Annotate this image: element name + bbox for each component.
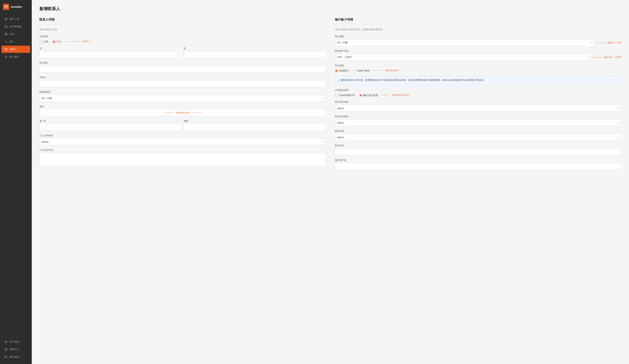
sidebar-item-help[interactable]: 帮助中心 [1, 346, 30, 353]
sidebar-item-wallet[interactable]: 多币种钱包 [1, 23, 30, 30]
country-label: 国家或地区 [39, 91, 326, 94]
bank-city-select[interactable]: Select... ▾ [335, 119, 622, 126]
wallet-icon [4, 25, 7, 28]
local-payment-option[interactable]: 本地支付 [335, 69, 349, 73]
contact-section-subtitle: 请输入联系人信息 [39, 28, 326, 31]
routing-type-group: 本地路由类型 CNAPS联行号 银行支行信息 选择"银行支行信息" [335, 89, 622, 97]
email-label: 电子邮件 [39, 61, 326, 65]
bank-country-group: 银行国家 CN - 中国 ▾ 选择"CN - 中国" [335, 35, 622, 46]
accounts-icon [4, 17, 7, 21]
bank-section-subtitle: 请输入收款人的银行信息，以确保准确处理付款 [335, 28, 622, 31]
user-icon [4, 340, 7, 343]
bank-currency-select[interactable]: CNY - 人民币 ▾ [335, 54, 591, 61]
bank-currency-group: 银行账户币种 CNY - 人民币 ▾ 选择"CNY - 人民币" [335, 49, 622, 61]
id-number-input[interactable] [39, 153, 326, 166]
sidebar-item-pay[interactable]: 支付 [1, 31, 30, 38]
bank-city-select-wrapper: Select... ▾ [335, 119, 622, 126]
bank-name-select[interactable]: Select... ▾ [335, 134, 622, 141]
entity-radio-group: 公司 个人 [39, 40, 62, 43]
postal-input[interactable] [184, 124, 326, 131]
email-input[interactable] [39, 66, 326, 73]
last-name-label: 姓 [184, 47, 326, 50]
company-radio[interactable] [39, 40, 42, 43]
bank-province-select[interactable]: Select... ▾ [335, 105, 622, 112]
svg-rect-4 [5, 26, 6, 27]
bank-name-label: 银行名称 [335, 129, 622, 133]
bank-currency-annotation: 选择"CNY - 人民币" [603, 56, 622, 59]
bank-province-select-wrapper: Select... ▾ [335, 105, 622, 112]
routing-type-label: 本地路由类型 [335, 89, 622, 92]
logo: Airwallex [0, 0, 32, 14]
payment-radio-group: 本地支付 SWIFT支付 [335, 69, 370, 73]
country-select-wrapper: CN - 中国 ▾ [39, 95, 326, 101]
bank-account-name-label: 银行账户名 [335, 159, 622, 162]
bank-name-group: 银行名称 Select... ▾ [335, 129, 622, 141]
first-name-input[interactable] [39, 51, 181, 58]
routing-annotation-line [381, 95, 389, 95]
payment-annotation-line [373, 70, 382, 71]
sidebar-item-settings[interactable]: 账户设定 [1, 53, 30, 60]
bank-name-select-wrapper: Select... ▾ [335, 134, 622, 141]
id-type-select[interactable]: Select... [39, 138, 326, 145]
bank-account-input[interactable] [335, 148, 622, 155]
name-group: 名 姓 [39, 47, 326, 58]
bank-province-label: 银行所在省份 [335, 100, 622, 104]
cnaps-option[interactable]: CNAPS联行号 [335, 94, 355, 97]
routing-annotation: 选择"银行支行信息" [392, 94, 410, 96]
city-input[interactable] [39, 109, 326, 116]
bank-currency-chevron-icon: ▾ [588, 56, 589, 59]
sidebar-item-user-settings[interactable]: 用户设定 [1, 338, 30, 346]
sidebar-item-contacts[interactable]: 联系人 [1, 46, 30, 53]
bank-country-chevron-icon: ▾ [591, 41, 592, 44]
individual-option[interactable]: 个人 [53, 40, 62, 43]
bank-country-select[interactable]: CN - 中国 ▾ [335, 39, 594, 46]
bank-currency-label: 银行账户币种 [335, 49, 622, 53]
bank-info-radio[interactable] [359, 94, 362, 97]
country-select[interactable]: CN - 中国 [39, 95, 326, 101]
id-type-group: 个人证件种类 Select... ▾ [39, 134, 326, 145]
entity-type-group: 主体类型 公司 个人 选择个人 [39, 35, 326, 43]
sidebar-item-exchange[interactable]: 换汇 [1, 38, 30, 45]
phone-input[interactable] [39, 80, 326, 87]
contact-section-title: 联系人详情 [39, 18, 326, 24]
id-type-label: 个人证件种类 [39, 134, 326, 137]
province-field: 省 / 州 [39, 119, 181, 131]
individual-radio[interactable] [53, 40, 56, 43]
bank-account-name-group: 银行账户名 [335, 159, 622, 170]
bank-country-annotation: 选择"CN - 中国" [607, 41, 622, 44]
swift-payment-radio[interactable] [353, 70, 356, 72]
last-name-input[interactable] [184, 51, 326, 58]
bank-currency-select-wrapper: CNY - 人民币 ▾ [335, 54, 591, 61]
bank-city-chevron-icon: ▾ [618, 121, 619, 124]
id-number-group: 个人证件号码 [39, 149, 326, 167]
help-icon [4, 348, 7, 351]
entity-type-label: 主体类型 [39, 35, 326, 38]
cnaps-radio[interactable] [335, 94, 338, 97]
province-postal-group: 省 / 州 邮编 [39, 119, 326, 131]
city-label: 城市 [39, 105, 326, 108]
bank-section-title: 银行账户详情 [335, 18, 622, 24]
sidebar-item-logout[interactable]: 退出登录 [1, 354, 30, 361]
swift-payment-option[interactable]: SWIFT支付 [353, 69, 370, 73]
logout-icon [4, 356, 7, 359]
svg-rect-3 [5, 26, 7, 28]
bank-section: 银行账户详情 请输入收款人的银行信息，以确保准确处理付款 银行国家 CN - 中… [335, 18, 622, 173]
bank-city-label: 银行所在城市 [335, 115, 622, 118]
bank-country-select-wrapper: CN - 中国 ▾ [335, 39, 594, 46]
first-name-field: 名 [39, 47, 181, 58]
svg-rect-6 [5, 48, 7, 50]
bank-account-name-input[interactable] [335, 163, 622, 170]
company-option[interactable]: 公司 [39, 40, 48, 43]
svg-point-2 [6, 19, 6, 19]
contact-section: 联系人详情 请输入联系人信息 主体类型 公司 个人 [39, 18, 326, 173]
main-content: 新增联系人 联系人详情 请输入联系人信息 主体类型 公司 个人 [32, 0, 629, 364]
local-payment-radio[interactable] [335, 70, 338, 72]
logo-text: Airwallex [10, 5, 22, 8]
bank-country-annotation-line [596, 43, 605, 43]
bank-province-group: 银行所在省份 Select... ▾ [335, 100, 622, 112]
sidebar: Airwallex 账户一览 多币种钱包 支付 换汇 [0, 0, 32, 364]
bank-info-option[interactable]: 银行支行信息 [359, 94, 378, 97]
sidebar-item-accounts[interactable]: 账户一览 [1, 15, 30, 23]
svg-point-10 [6, 350, 6, 350]
province-input[interactable] [39, 124, 181, 131]
